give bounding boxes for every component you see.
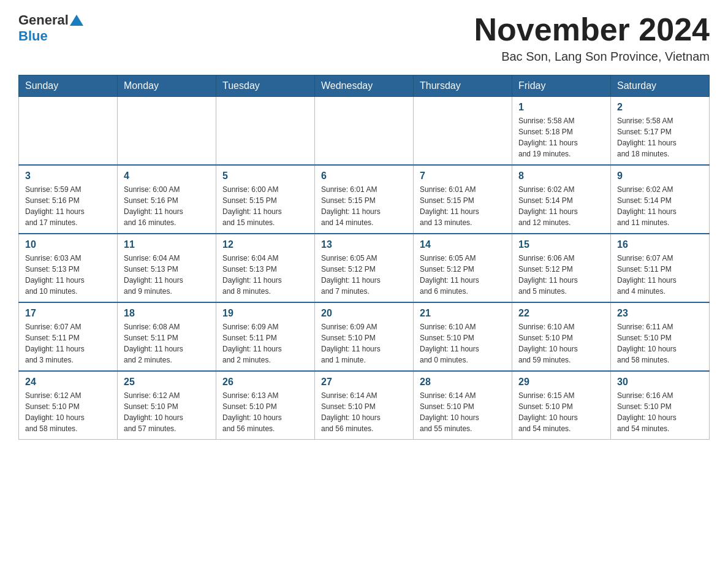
day-number: 3 <box>25 170 111 182</box>
table-row: 20Sunrise: 6:09 AMSunset: 5:10 PMDayligh… <box>315 302 414 371</box>
day-info: Sunrise: 6:14 AMSunset: 5:10 PMDaylight:… <box>321 390 407 434</box>
logo-general-text: General <box>18 12 69 28</box>
day-number: 24 <box>25 377 111 388</box>
day-number: 18 <box>124 308 210 319</box>
day-number: 1 <box>518 102 604 113</box>
table-row: 22Sunrise: 6:10 AMSunset: 5:10 PMDayligh… <box>512 302 611 371</box>
table-row: 16Sunrise: 6:07 AMSunset: 5:11 PMDayligh… <box>611 234 710 302</box>
week-row-3: 10Sunrise: 6:03 AMSunset: 5:13 PMDayligh… <box>19 234 710 302</box>
day-number: 19 <box>222 308 308 319</box>
location-text: Bac Son, Lang Son Province, Vietnam <box>474 50 710 64</box>
day-number: 21 <box>420 308 506 319</box>
day-info: Sunrise: 6:13 AMSunset: 5:10 PMDaylight:… <box>222 390 308 434</box>
table-row: 14Sunrise: 6:05 AMSunset: 5:12 PMDayligh… <box>414 234 512 302</box>
day-info: Sunrise: 6:05 AMSunset: 5:12 PMDaylight:… <box>321 253 407 297</box>
day-number: 8 <box>518 170 604 182</box>
page-header: General Blue November 2024 Bac Son, Lang… <box>18 12 710 64</box>
table-row: 6Sunrise: 6:01 AMSunset: 5:15 PMDaylight… <box>315 165 414 234</box>
day-number: 11 <box>124 239 210 250</box>
day-info: Sunrise: 6:05 AMSunset: 5:12 PMDaylight:… <box>420 253 506 297</box>
day-number: 20 <box>321 308 407 319</box>
table-row: 10Sunrise: 6:03 AMSunset: 5:13 PMDayligh… <box>19 234 118 302</box>
title-area: November 2024 Bac Son, Lang Son Province… <box>474 12 710 64</box>
table-row: 11Sunrise: 6:04 AMSunset: 5:13 PMDayligh… <box>118 234 216 302</box>
day-info: Sunrise: 6:02 AMSunset: 5:14 PMDaylight:… <box>617 184 703 228</box>
day-info: Sunrise: 6:04 AMSunset: 5:13 PMDaylight:… <box>124 253 210 297</box>
day-number: 9 <box>617 170 703 182</box>
table-row: 26Sunrise: 6:13 AMSunset: 5:10 PMDayligh… <box>216 371 315 440</box>
table-row: 21Sunrise: 6:10 AMSunset: 5:10 PMDayligh… <box>414 302 512 371</box>
table-row: 4Sunrise: 6:00 AMSunset: 5:16 PMDaylight… <box>118 165 216 234</box>
day-info: Sunrise: 5:58 AMSunset: 5:18 PMDaylight:… <box>518 115 604 159</box>
col-friday: Friday <box>512 75 611 97</box>
day-number: 12 <box>222 239 308 250</box>
table-row <box>414 97 512 166</box>
week-row-4: 17Sunrise: 6:07 AMSunset: 5:11 PMDayligh… <box>19 302 710 371</box>
table-row: 29Sunrise: 6:15 AMSunset: 5:10 PMDayligh… <box>512 371 611 440</box>
day-info: Sunrise: 6:00 AMSunset: 5:15 PMDaylight:… <box>222 184 308 228</box>
day-info: Sunrise: 6:10 AMSunset: 5:10 PMDaylight:… <box>518 321 604 366</box>
day-info: Sunrise: 6:14 AMSunset: 5:10 PMDaylight:… <box>420 390 506 434</box>
day-info: Sunrise: 6:16 AMSunset: 5:10 PMDaylight:… <box>617 390 703 434</box>
logo: General Blue <box>18 12 83 44</box>
calendar-table: Sunday Monday Tuesday Wednesday Thursday… <box>18 75 710 440</box>
table-row: 24Sunrise: 6:12 AMSunset: 5:10 PMDayligh… <box>19 371 118 440</box>
day-info: Sunrise: 6:12 AMSunset: 5:10 PMDaylight:… <box>25 390 111 434</box>
day-info: Sunrise: 6:07 AMSunset: 5:11 PMDaylight:… <box>25 321 111 366</box>
week-row-1: 1Sunrise: 5:58 AMSunset: 5:18 PMDaylight… <box>19 97 710 166</box>
table-row: 5Sunrise: 6:00 AMSunset: 5:15 PMDaylight… <box>216 165 315 234</box>
table-row: 19Sunrise: 6:09 AMSunset: 5:11 PMDayligh… <box>216 302 315 371</box>
calendar-header-row: Sunday Monday Tuesday Wednesday Thursday… <box>19 75 710 97</box>
day-number: 27 <box>321 377 407 388</box>
table-row <box>19 97 118 166</box>
table-row: 23Sunrise: 6:11 AMSunset: 5:10 PMDayligh… <box>611 302 710 371</box>
day-info: Sunrise: 6:10 AMSunset: 5:10 PMDaylight:… <box>420 321 506 366</box>
day-number: 16 <box>617 239 703 250</box>
table-row <box>216 97 315 166</box>
day-number: 17 <box>25 308 111 319</box>
day-info: Sunrise: 6:01 AMSunset: 5:15 PMDaylight:… <box>420 184 506 228</box>
day-info: Sunrise: 6:09 AMSunset: 5:10 PMDaylight:… <box>321 321 407 366</box>
day-number: 6 <box>321 170 407 182</box>
col-saturday: Saturday <box>611 75 710 97</box>
table-row: 2Sunrise: 5:58 AMSunset: 5:17 PMDaylight… <box>611 97 710 166</box>
table-row: 13Sunrise: 6:05 AMSunset: 5:12 PMDayligh… <box>315 234 414 302</box>
table-row: 9Sunrise: 6:02 AMSunset: 5:14 PMDaylight… <box>611 165 710 234</box>
day-number: 2 <box>617 102 703 113</box>
day-number: 5 <box>222 170 308 182</box>
day-number: 28 <box>420 377 506 388</box>
day-info: Sunrise: 6:09 AMSunset: 5:11 PMDaylight:… <box>222 321 308 366</box>
table-row: 7Sunrise: 6:01 AMSunset: 5:15 PMDaylight… <box>414 165 512 234</box>
day-number: 4 <box>124 170 210 182</box>
svg-marker-0 <box>70 15 83 26</box>
day-info: Sunrise: 6:15 AMSunset: 5:10 PMDaylight:… <box>518 390 604 434</box>
table-row: 12Sunrise: 6:04 AMSunset: 5:13 PMDayligh… <box>216 234 315 302</box>
table-row: 15Sunrise: 6:06 AMSunset: 5:12 PMDayligh… <box>512 234 611 302</box>
col-thursday: Thursday <box>414 75 512 97</box>
day-number: 23 <box>617 308 703 319</box>
col-tuesday: Tuesday <box>216 75 315 97</box>
day-number: 30 <box>617 377 703 388</box>
day-number: 29 <box>518 377 604 388</box>
table-row: 30Sunrise: 6:16 AMSunset: 5:10 PMDayligh… <box>611 371 710 440</box>
col-monday: Monday <box>118 75 216 97</box>
day-info: Sunrise: 6:04 AMSunset: 5:13 PMDaylight:… <box>222 253 308 297</box>
day-info: Sunrise: 6:00 AMSunset: 5:16 PMDaylight:… <box>124 184 210 228</box>
table-row: 3Sunrise: 5:59 AMSunset: 5:16 PMDaylight… <box>19 165 118 234</box>
month-title: November 2024 <box>474 12 710 47</box>
table-row: 1Sunrise: 5:58 AMSunset: 5:18 PMDaylight… <box>512 97 611 166</box>
table-row: 25Sunrise: 6:12 AMSunset: 5:10 PMDayligh… <box>118 371 216 440</box>
table-row: 28Sunrise: 6:14 AMSunset: 5:10 PMDayligh… <box>414 371 512 440</box>
day-info: Sunrise: 6:07 AMSunset: 5:11 PMDaylight:… <box>617 253 703 297</box>
day-info: Sunrise: 6:11 AMSunset: 5:10 PMDaylight:… <box>617 321 703 366</box>
col-wednesday: Wednesday <box>315 75 414 97</box>
table-row <box>118 97 216 166</box>
day-number: 25 <box>124 377 210 388</box>
table-row: 8Sunrise: 6:02 AMSunset: 5:14 PMDaylight… <box>512 165 611 234</box>
day-info: Sunrise: 6:06 AMSunset: 5:12 PMDaylight:… <box>518 253 604 297</box>
day-info: Sunrise: 6:12 AMSunset: 5:10 PMDaylight:… <box>124 390 210 434</box>
week-row-2: 3Sunrise: 5:59 AMSunset: 5:16 PMDaylight… <box>19 165 710 234</box>
logo-triangle-icon <box>70 13 83 27</box>
day-number: 13 <box>321 239 407 250</box>
day-info: Sunrise: 6:08 AMSunset: 5:11 PMDaylight:… <box>124 321 210 366</box>
